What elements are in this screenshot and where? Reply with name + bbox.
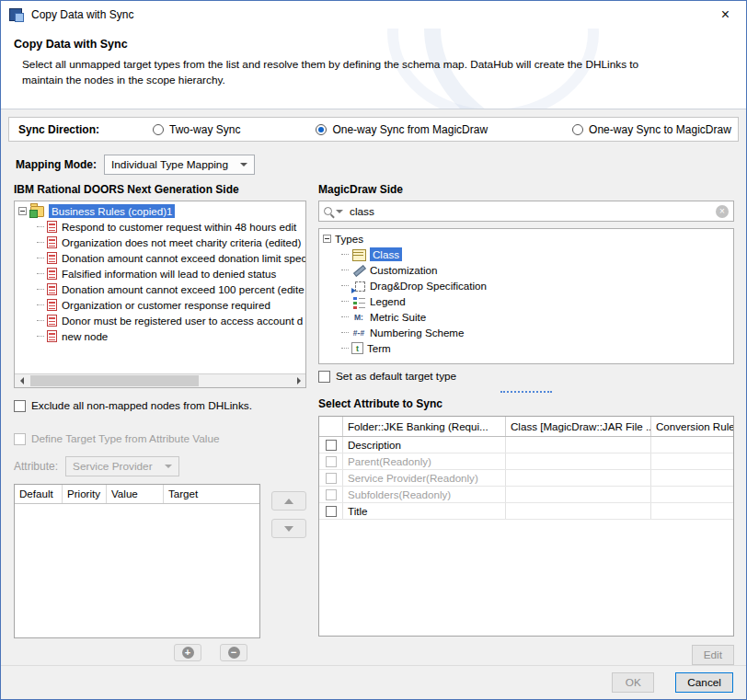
doors-panel-title: IBM Rational DOORS Next Generation Side (14, 183, 306, 196)
attribute-checkbox[interactable] (326, 473, 337, 484)
close-icon: × (721, 6, 730, 23)
add-mapping-button[interactable]: + (174, 644, 201, 661)
right-arrow-icon (297, 377, 301, 384)
type-row-class[interactable]: Class (319, 247, 733, 262)
move-down-button[interactable] (271, 519, 306, 538)
radio-label: Two-way Sync (169, 123, 240, 136)
search-input[interactable]: class (350, 205, 713, 218)
attribute-row-parent[interactable]: Parent(Readonly) (319, 453, 733, 470)
scrollbar-thumb[interactable] (30, 375, 199, 386)
column-header-default: Default (15, 485, 63, 503)
tree-row-requirement[interactable]: Organization or customer response requir… (15, 297, 305, 313)
attribute-checkbox[interactable] (326, 489, 337, 500)
collapse-icon[interactable] (323, 235, 331, 243)
tree-row-types-root[interactable]: Types (319, 231, 733, 247)
down-arrow-icon (284, 526, 293, 532)
dotted-separator (500, 391, 552, 393)
default-target-type-checkbox[interactable] (318, 371, 330, 383)
type-search-box[interactable]: class × (318, 201, 734, 222)
attribute-row-description[interactable]: Description (319, 437, 733, 453)
attribute-table-header: Folder::JKE Banking (Requi... Class [Mag… (319, 417, 733, 437)
minus-icon: − (228, 647, 240, 659)
reorder-buttons (271, 491, 306, 538)
define-target-type-checkbox-row: Define Target Type from Attribute Value (14, 432, 306, 445)
attribute-value: Service Provider (73, 460, 153, 473)
attribute-row-service-provider[interactable]: Service Provider(Readonly) (319, 470, 733, 487)
tree-row-requirement[interactable]: Falsified information will lead to denie… (15, 266, 305, 281)
type-row-term[interactable]: t Term (319, 340, 733, 356)
ok-button[interactable]: OK (612, 672, 654, 693)
horizontal-scrollbar[interactable] (15, 373, 305, 387)
type-row-legend[interactable]: Legend (319, 293, 733, 309)
define-target-type-label: Define Target Type from Attribute Value (31, 432, 220, 445)
tree-row-requirement[interactable]: Respond to customer request within 48 ho… (15, 219, 305, 235)
radio-two-way-sync[interactable]: Two-way Sync (153, 123, 240, 136)
requirement-icon (47, 283, 57, 295)
remove-mapping-button[interactable]: − (220, 644, 247, 661)
radio-icon-selected (316, 124, 327, 135)
mapping-mode-label: Mapping Mode: (16, 158, 97, 171)
doors-tree-rows: Business Rules (copied)1 Respond to cust… (15, 201, 305, 373)
class-icon (351, 248, 366, 261)
move-up-button[interactable] (271, 491, 306, 511)
module-folder-icon (30, 206, 44, 217)
cancel-button[interactable]: Cancel (675, 672, 733, 693)
attribute-checkbox[interactable] (326, 456, 337, 467)
tree-row-requirement[interactable]: Donor must be registered user to access … (15, 313, 305, 328)
search-options-chevron-icon[interactable] (336, 210, 343, 213)
column-header-class: Class [MagicDraw::JAR File ... (506, 417, 651, 436)
tree-row-requirement[interactable]: new node (15, 328, 305, 344)
attribute-checkbox[interactable] (326, 440, 337, 451)
clear-search-button[interactable]: × (716, 205, 729, 218)
attribute-table-empty-area (319, 520, 733, 636)
radio-one-way-from-magicdraw[interactable]: One-way Sync from MagicDraw (316, 123, 488, 136)
requirement-icon (47, 330, 57, 342)
add-remove-row: + − (14, 644, 260, 661)
value-target-mapping-table: Default Priority Value Target (14, 484, 260, 638)
collapse-icon[interactable] (18, 207, 27, 215)
footer-separator (1, 665, 746, 666)
type-row-customization[interactable]: Customization (319, 262, 733, 278)
tree-row-requirement[interactable]: Donation amount cannot exceed 100 percen… (15, 281, 305, 297)
radio-icon (572, 124, 583, 135)
type-row-numbering-scheme[interactable]: #-# Numbering Scheme (319, 325, 733, 340)
define-target-type-checkbox[interactable] (14, 433, 26, 445)
attribute-dropdown[interactable]: Service Provider (65, 456, 179, 476)
attribute-checkbox[interactable] (326, 506, 337, 517)
type-row-metric-suite[interactable]: M: Metric Suite (319, 309, 733, 325)
tree-row-requirement[interactable]: Donation amount cannot exceed donation l… (15, 250, 305, 266)
dialog-description: Select all unmapped target types from th… (22, 57, 657, 87)
edit-button[interactable]: Edit (692, 645, 734, 665)
magicdraw-side-panel: MagicDraw Side class × Types Class Custo… (318, 183, 734, 665)
column-header-checkbox (319, 417, 343, 436)
left-arrow-icon (20, 377, 24, 384)
radio-label: One-way Sync to MagicDraw (589, 123, 731, 136)
tree-root-label: Business Rules (copied)1 (49, 204, 175, 218)
plus-icon: + (182, 647, 194, 659)
default-target-type-checkbox-row: Set as default target type (318, 370, 734, 383)
type-row-dragdrop-specification[interactable]: Drag&Drop Specification (319, 278, 733, 293)
column-header-target: Target (164, 485, 259, 503)
tree-row-business-rules[interactable]: Business Rules (copied)1 (15, 203, 305, 219)
close-button[interactable]: × (705, 1, 746, 29)
exclude-nonmapped-checkbox[interactable] (14, 400, 26, 412)
attribute-row-subfolders[interactable]: Subfolders(Readonly) (319, 487, 733, 503)
requirement-icon (47, 252, 57, 264)
default-target-type-label: Set as default target type (336, 370, 456, 383)
mapping-mode-dropdown[interactable]: Individual Type Mapping (104, 155, 255, 175)
magicdraw-panel-title: MagicDraw Side (318, 183, 734, 196)
datahub-app-icon (9, 7, 25, 22)
tree-row-requirement[interactable]: Organization does not meet charity crite… (15, 235, 305, 250)
edit-button-row: Edit (318, 645, 734, 665)
radio-one-way-to-magicdraw[interactable]: One-way Sync to MagicDraw (572, 123, 731, 136)
scroll-left-arrow[interactable] (15, 374, 29, 387)
requirement-icon (47, 299, 57, 311)
scrollbar-track[interactable] (29, 374, 292, 387)
dialog-header: Copy Data with Sync Select all unmapped … (1, 29, 746, 109)
dialog-heading: Copy Data with Sync (14, 38, 735, 51)
attribute-row-title[interactable]: Title (319, 503, 733, 520)
scroll-right-arrow[interactable] (292, 374, 305, 387)
mapping-mode-value: Individual Type Mapping (111, 158, 228, 171)
numbering-scheme-icon: #-# (351, 327, 366, 339)
copy-data-with-sync-dialog: Copy Data with Sync × Copy Data with Syn… (0, 0, 747, 700)
